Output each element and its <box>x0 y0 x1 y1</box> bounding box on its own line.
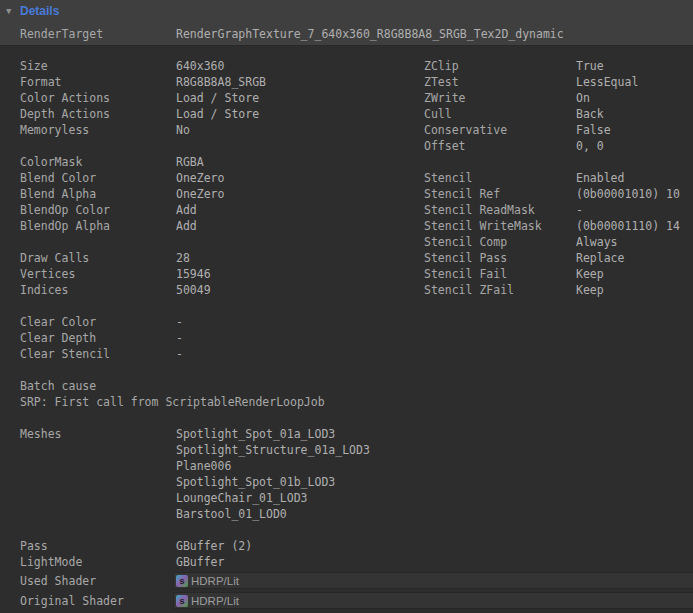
detail-row-size: Size640x360 <box>20 58 420 74</box>
detail-value: Load / Store <box>176 106 259 122</box>
detail-value: Replace <box>576 250 624 266</box>
detail-value: RGBA <box>176 154 204 170</box>
original-shader-value: HDRP/Lit <box>191 595 239 607</box>
detail-row-stencil-writemask: Stencil WriteMask(0b00001110) 14 <box>424 218 690 234</box>
detail-value: Add <box>176 202 197 218</box>
detail-label: BlendOp Alpha <box>20 218 176 234</box>
detail-value: False <box>576 122 611 138</box>
detail-value: OneZero <box>176 170 224 186</box>
detail-label: Stencil Fail <box>424 266 576 282</box>
details-title[interactable]: Details <box>20 4 59 18</box>
mesh-item: Plane006 <box>176 458 370 474</box>
details-right-column: ZClipTrue ZTestLessEqual ZWriteOn CullBa… <box>424 58 690 298</box>
detail-value: Load / Store <box>176 90 259 106</box>
details-left-column: Size640x360 FormatR8G8B8A8_SRGB Color Ac… <box>20 58 420 570</box>
detail-row-stencil-comp: Stencil CompAlways <box>424 234 690 250</box>
render-target-value: RenderGraphTexture_7_640x360_R8G8B8A8_SR… <box>176 26 564 42</box>
group-gap <box>424 154 690 170</box>
detail-value: (0b00001010) 10 <box>576 186 680 202</box>
detail-label: Pass <box>20 538 176 554</box>
detail-row-clear-stencil: Clear Stencil- <box>20 346 420 362</box>
detail-row-blendop-color: BlendOp ColorAdd <box>20 202 420 218</box>
detail-label: Offset <box>424 138 576 154</box>
foldout-triangle-icon[interactable]: ▼ <box>6 4 20 18</box>
detail-row-lightmode: LightModeGBuffer <box>20 554 420 570</box>
original-shader-field[interactable]: s HDRP/Lit <box>173 592 693 609</box>
detail-value: 0, 0 <box>576 138 604 154</box>
detail-value: 28 <box>176 250 190 266</box>
detail-row-ztest: ZTestLessEqual <box>424 74 690 90</box>
detail-value: GBuffer (2) <box>176 538 252 554</box>
detail-row-pass: PassGBuffer (2) <box>20 538 420 554</box>
detail-label: Stencil ReadMask <box>424 202 576 218</box>
detail-label: ColorMask <box>20 154 176 170</box>
detail-value: 50049 <box>176 282 211 298</box>
detail-label: ZClip <box>424 58 576 74</box>
detail-label: Indices <box>20 282 176 298</box>
mesh-list: Spotlight_Spot_01a_LOD3 Spotlight_Struct… <box>176 426 370 522</box>
used-shader-label: Used Shader <box>20 573 96 589</box>
detail-row-stencil: StencilEnabled <box>424 170 690 186</box>
detail-label: Blend Color <box>20 170 176 186</box>
detail-label: Stencil ZFail <box>424 282 576 298</box>
detail-row-memoryless: MemorylessNo <box>20 122 420 138</box>
detail-value: GBuffer <box>176 554 224 570</box>
detail-row-vertices: Vertices15946 <box>20 266 420 282</box>
detail-value: Always <box>576 234 618 250</box>
detail-value: On <box>576 90 590 106</box>
detail-label: ZTest <box>424 74 576 90</box>
detail-row-clear-depth: Clear Depth- <box>20 330 420 346</box>
meshes-label: Meshes <box>20 426 176 522</box>
group-gap <box>20 410 420 426</box>
batch-cause-title: Batch cause <box>20 378 420 394</box>
detail-label: Cull <box>424 106 576 122</box>
detail-label: Clear Color <box>20 314 176 330</box>
mesh-item: LoungeChair_01_LOD3 <box>176 490 370 506</box>
detail-value: Back <box>576 106 604 122</box>
detail-row-cull: CullBack <box>424 106 690 122</box>
detail-label: Stencil Ref <box>424 186 576 202</box>
mesh-item: Spotlight_Spot_01b_LOD3 <box>176 474 370 490</box>
detail-value: - <box>176 314 183 330</box>
detail-value: Enabled <box>576 170 624 186</box>
details-foldout[interactable]: ▼ Details <box>6 3 59 19</box>
detail-value: 640x360 <box>176 58 224 74</box>
detail-row-indices: Indices50049 <box>20 282 420 298</box>
original-shader-label: Original Shader <box>20 593 124 609</box>
detail-label: Color Actions <box>20 90 176 106</box>
details-header-band: ▼ Details RenderTarget RenderGraphTextur… <box>0 0 693 46</box>
detail-value: Add <box>176 218 197 234</box>
shader-icon: s <box>176 575 188 587</box>
used-shader-value: HDRP/Lit <box>191 575 239 587</box>
detail-row-offset: Offset0, 0 <box>424 138 690 154</box>
detail-label: Vertices <box>20 266 176 282</box>
detail-row-colormask: ColorMaskRGBA <box>20 154 420 170</box>
detail-label: Clear Depth <box>20 330 176 346</box>
detail-row-stencil-readmask: Stencil ReadMask- <box>424 202 690 218</box>
detail-label: ZWrite <box>424 90 576 106</box>
detail-row-depth-actions: Depth ActionsLoad / Store <box>20 106 420 122</box>
detail-label: Clear Stencil <box>20 346 176 362</box>
detail-value: Keep <box>576 266 604 282</box>
detail-value: - <box>576 202 583 218</box>
detail-value: - <box>176 330 183 346</box>
detail-label: LightMode <box>20 554 176 570</box>
group-gap <box>20 234 420 250</box>
used-shader-field[interactable]: s HDRP/Lit <box>173 572 693 589</box>
detail-row-blendop-alpha: BlendOp AlphaAdd <box>20 218 420 234</box>
detail-label: Conservative <box>424 122 576 138</box>
detail-value: - <box>176 346 183 362</box>
detail-row-stencil-ref: Stencil Ref(0b00001010) 10 <box>424 186 690 202</box>
detail-label: Size <box>20 58 176 74</box>
group-gap <box>20 138 420 154</box>
detail-row-stencil-zfail: Stencil ZFailKeep <box>424 282 690 298</box>
shader-icon: s <box>176 595 188 607</box>
detail-label: Blend Alpha <box>20 186 176 202</box>
detail-value: No <box>176 122 190 138</box>
detail-label: Stencil Pass <box>424 250 576 266</box>
mesh-item: Spotlight_Structure_01a_LOD3 <box>176 442 370 458</box>
detail-row-conservative: ConservativeFalse <box>424 122 690 138</box>
detail-row-zclip: ZClipTrue <box>424 58 690 74</box>
meshes-row: Meshes Spotlight_Spot_01a_LOD3 Spotlight… <box>20 426 420 522</box>
detail-label: Stencil Comp <box>424 234 576 250</box>
